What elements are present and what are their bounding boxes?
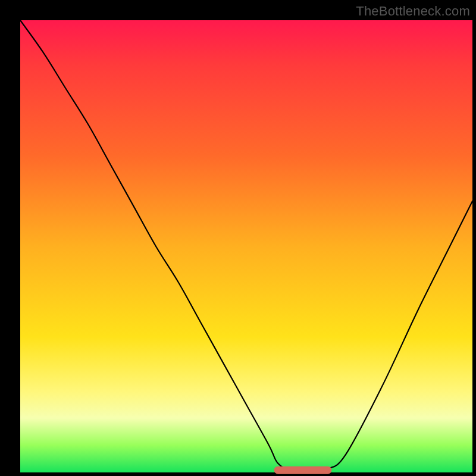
attribution-label: TheBottleneck.com <box>356 4 470 19</box>
bottleneck-curve <box>20 20 472 471</box>
chart-frame: TheBottleneck.com <box>0 0 476 476</box>
plot-area <box>20 20 472 472</box>
curve-svg <box>20 20 472 472</box>
